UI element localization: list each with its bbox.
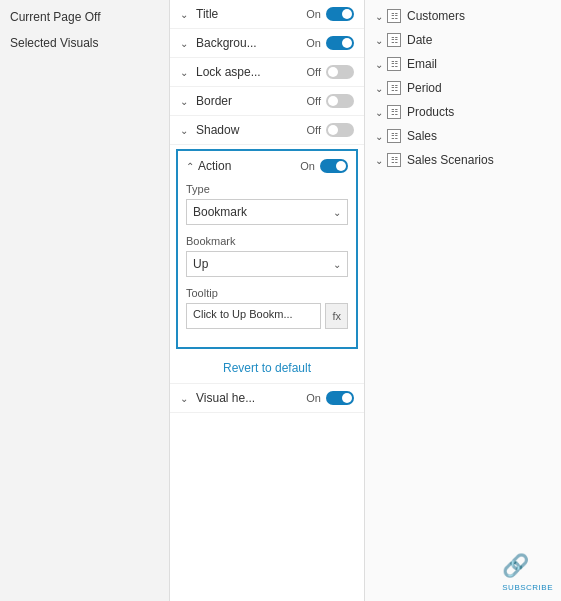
border-chevron-icon: ⌄ [180, 96, 192, 107]
title-label: Title [196, 7, 306, 21]
lock-aspect-label: Lock aspe... [196, 65, 307, 79]
bookmark-field-group: Bookmark Up ⌄ [186, 235, 348, 277]
title-state: On [306, 8, 321, 20]
subscribe-text: SUBSCRIBE [502, 583, 553, 592]
right-item-sales-scenarios[interactable]: ⌄ ☷ Sales Scenarios [365, 148, 561, 172]
middle-panel: ⌄ Title On ⌄ Backgrou... On ⌄ Lock aspe.… [170, 0, 365, 601]
bookmark-value: Up [193, 257, 208, 271]
lock-aspect-toggle[interactable] [326, 65, 354, 79]
right-item-sales[interactable]: ⌄ ☷ Sales [365, 124, 561, 148]
right-item-customers[interactable]: ⌄ ☷ Customers [365, 4, 561, 28]
sales-scenarios-chevron-icon: ⌄ [375, 155, 383, 166]
border-label: Border [196, 94, 307, 108]
title-chevron-icon: ⌄ [180, 9, 192, 20]
period-name: Period [407, 81, 442, 95]
left-panel: Current Page Off Selected Visuals [0, 0, 170, 601]
border-toggle[interactable] [326, 94, 354, 108]
title-row[interactable]: ⌄ Title On [170, 0, 364, 29]
fx-button[interactable]: fx [325, 303, 348, 329]
background-state: On [306, 37, 321, 49]
right-item-products[interactable]: ⌄ ☷ Products [365, 100, 561, 124]
right-item-period[interactable]: ⌄ ☷ Period [365, 76, 561, 100]
sales-scenarios-name: Sales Scenarios [407, 153, 494, 167]
subscribe-area[interactable]: 🔗 SUBSCRIBE [502, 553, 553, 593]
type-label: Type [186, 183, 348, 195]
action-toggle[interactable] [320, 159, 348, 173]
visual-header-label: Visual he... [196, 391, 306, 405]
right-panel: ⌄ ☷ Customers ⌄ ☷ Date ⌄ ☷ Email ⌄ ☷ Per… [365, 0, 561, 601]
action-state: On [300, 160, 315, 172]
customers-table-icon: ☷ [387, 9, 401, 23]
lock-aspect-chevron-icon: ⌄ [180, 67, 192, 78]
sales-chevron-icon: ⌄ [375, 131, 383, 142]
visual-header-toggle[interactable] [326, 391, 354, 405]
tooltip-input[interactable]: Click to Up Bookm... [186, 303, 321, 329]
tooltip-row: Click to Up Bookm... fx [186, 303, 348, 329]
sales-scenarios-table-icon: ☷ [387, 153, 401, 167]
background-toggle[interactable] [326, 36, 354, 50]
customers-chevron-icon: ⌄ [375, 11, 383, 22]
revert-button[interactable]: Revert to default [170, 353, 364, 384]
shadow-toggle[interactable] [326, 123, 354, 137]
tooltip-field-group: Tooltip Click to Up Bookm... fx [186, 287, 348, 329]
selected-visuals-item[interactable]: Selected Visuals [0, 30, 169, 56]
tooltip-label: Tooltip [186, 287, 348, 299]
type-value: Bookmark [193, 205, 247, 219]
products-chevron-icon: ⌄ [375, 107, 383, 118]
background-row[interactable]: ⌄ Backgrou... On [170, 29, 364, 58]
lock-aspect-row[interactable]: ⌄ Lock aspe... Off [170, 58, 364, 87]
date-chevron-icon: ⌄ [375, 35, 383, 46]
products-table-icon: ☷ [387, 105, 401, 119]
sales-table-icon: ☷ [387, 129, 401, 143]
type-dropdown[interactable]: Bookmark ⌄ [186, 199, 348, 225]
shadow-row[interactable]: ⌄ Shadow Off [170, 116, 364, 145]
title-toggle[interactable] [326, 7, 354, 21]
right-item-date[interactable]: ⌄ ☷ Date [365, 28, 561, 52]
sales-name: Sales [407, 129, 437, 143]
bookmark-dropdown[interactable]: Up ⌄ [186, 251, 348, 277]
border-state: Off [307, 95, 321, 107]
customers-name: Customers [407, 9, 465, 23]
border-row[interactable]: ⌄ Border Off [170, 87, 364, 116]
email-chevron-icon: ⌄ [375, 59, 383, 70]
date-name: Date [407, 33, 432, 47]
background-chevron-icon: ⌄ [180, 38, 192, 49]
action-section: ⌃ Action On Type Bookmark ⌄ Bookmark Up … [176, 149, 358, 349]
email-name: Email [407, 57, 437, 71]
action-header: ⌃ Action On [186, 159, 348, 173]
shadow-label: Shadow [196, 123, 307, 137]
email-table-icon: ☷ [387, 57, 401, 71]
visual-header-state: On [306, 392, 321, 404]
visual-header-chevron-icon: ⌄ [180, 393, 192, 404]
subscribe-icon: 🔗 [502, 553, 553, 579]
type-field-group: Type Bookmark ⌄ [186, 183, 348, 225]
bookmark-dropdown-arrow-icon: ⌄ [333, 259, 341, 270]
shadow-state: Off [307, 124, 321, 136]
type-dropdown-arrow-icon: ⌄ [333, 207, 341, 218]
background-label: Backgrou... [196, 36, 306, 50]
shadow-chevron-icon: ⌄ [180, 125, 192, 136]
period-table-icon: ☷ [387, 81, 401, 95]
current-page-item[interactable]: Current Page Off [0, 4, 169, 30]
visual-header-row[interactable]: ⌄ Visual he... On [170, 384, 364, 413]
date-table-icon: ☷ [387, 33, 401, 47]
action-chevron-icon: ⌃ [186, 161, 194, 172]
lock-aspect-state: Off [307, 66, 321, 78]
right-item-email[interactable]: ⌄ ☷ Email [365, 52, 561, 76]
products-name: Products [407, 105, 454, 119]
period-chevron-icon: ⌄ [375, 83, 383, 94]
bookmark-label: Bookmark [186, 235, 348, 247]
action-label: Action [198, 159, 300, 173]
